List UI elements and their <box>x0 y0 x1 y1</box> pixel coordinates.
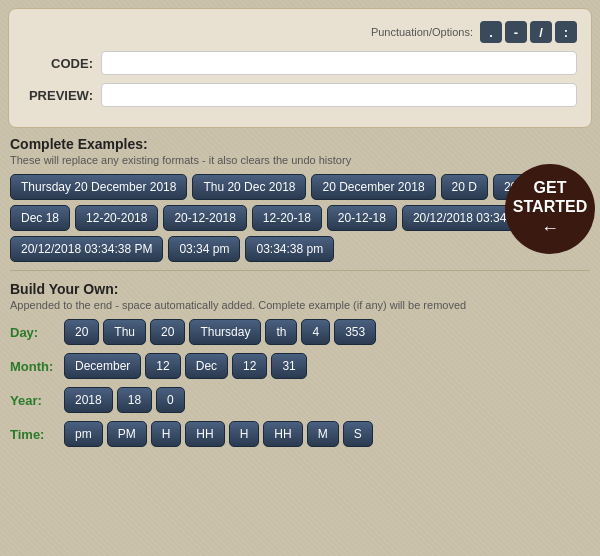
punctuation-label: Punctuation/Options: <box>371 26 473 38</box>
day-row: Day: 20 Thu 20 Thursday th 4 353 <box>10 319 590 345</box>
preview-input[interactable] <box>101 83 577 107</box>
example-btn-0[interactable]: Thursday 20 December 2018 <box>10 174 187 200</box>
get-started-line2: STARTED <box>513 197 587 216</box>
code-input[interactable] <box>101 51 577 75</box>
month-btn-12[interactable]: 12 <box>145 353 180 379</box>
month-btn-dec[interactable]: Dec <box>185 353 228 379</box>
day-btn-4[interactable]: 4 <box>301 319 330 345</box>
month-btn-12b[interactable]: 12 <box>232 353 267 379</box>
punctuation-options-header: Punctuation/Options: . - / : <box>23 21 577 43</box>
day-btn-20[interactable]: 20 <box>64 319 99 345</box>
example-btn-1[interactable]: Thu 20 Dec 2018 <box>192 174 306 200</box>
time-btn-M[interactable]: M <box>307 421 339 447</box>
punct-colon-button[interactable]: : <box>555 21 577 43</box>
time-btn-S[interactable]: S <box>343 421 373 447</box>
month-label: Month: <box>10 359 60 374</box>
divider <box>10 270 590 271</box>
example-btn-8[interactable]: 12-20-18 <box>252 205 322 231</box>
example-btn-6[interactable]: 12-20-2018 <box>75 205 158 231</box>
build-your-own-subtitle: Appended to the end - space automaticall… <box>10 299 590 311</box>
year-btn-2018[interactable]: 2018 <box>64 387 113 413</box>
year-btn-0[interactable]: 0 <box>156 387 185 413</box>
day-btn-20b[interactable]: 20 <box>150 319 185 345</box>
get-started-line1: GET <box>534 178 567 197</box>
time-label: Time: <box>10 427 60 442</box>
time-btn-pm[interactable]: pm <box>64 421 103 447</box>
preview-label: PREVIEW: <box>23 88 93 103</box>
day-btn-thu[interactable]: Thu <box>103 319 146 345</box>
time-btn-H2[interactable]: H <box>229 421 260 447</box>
punct-slash-button[interactable]: / <box>530 21 552 43</box>
top-panel: Punctuation/Options: . - / : CODE: PREVI… <box>8 8 592 128</box>
year-row: Year: 2018 18 0 <box>10 387 590 413</box>
example-btn-13[interactable]: 03:34:38 pm <box>245 236 334 262</box>
time-row: Time: pm PM H HH H HH M S <box>10 421 590 447</box>
complete-examples-section: Complete Examples: These will replace an… <box>10 136 590 262</box>
example-btn-7[interactable]: 20-12-2018 <box>163 205 246 231</box>
time-btn-HH2[interactable]: HH <box>263 421 302 447</box>
example-btn-11[interactable]: 20/12/2018 03:34:38 PM <box>10 236 163 262</box>
punct-dash-button[interactable]: - <box>505 21 527 43</box>
example-btn-2[interactable]: 20 December 2018 <box>311 174 435 200</box>
complete-examples-subtitle: These will replace any existing formats … <box>10 154 590 166</box>
time-btn-H[interactable]: H <box>151 421 182 447</box>
build-your-own-title: Build Your Own: <box>10 281 590 297</box>
year-btn-18[interactable]: 18 <box>117 387 152 413</box>
time-btn-HH[interactable]: HH <box>185 421 224 447</box>
example-btn-3[interactable]: 20 D <box>441 174 488 200</box>
month-row: Month: December 12 Dec 12 31 <box>10 353 590 379</box>
year-label: Year: <box>10 393 60 408</box>
example-btn-5[interactable]: Dec 18 <box>10 205 70 231</box>
complete-examples-title: Complete Examples: <box>10 136 590 152</box>
month-btn-december[interactable]: December <box>64 353 141 379</box>
code-row: CODE: <box>23 51 577 75</box>
example-btn-9[interactable]: 20-12-18 <box>327 205 397 231</box>
day-btn-thursday[interactable]: Thursday <box>189 319 261 345</box>
preview-row: PREVIEW: <box>23 83 577 107</box>
time-btn-PM[interactable]: PM <box>107 421 147 447</box>
build-your-own-section: Build Your Own: Appended to the end - sp… <box>10 281 590 447</box>
example-btn-12[interactable]: 03:34 pm <box>168 236 240 262</box>
examples-grid: Thursday 20 December 2018 Thu 20 Dec 201… <box>10 174 590 262</box>
month-btn-31[interactable]: 31 <box>271 353 306 379</box>
punct-dot-button[interactable]: . <box>480 21 502 43</box>
day-label: Day: <box>10 325 60 340</box>
get-started-arrow: ← <box>541 218 559 240</box>
code-label: CODE: <box>23 56 93 71</box>
day-btn-353[interactable]: 353 <box>334 319 376 345</box>
day-btn-th[interactable]: th <box>265 319 297 345</box>
get-started-badge[interactable]: GET STARTED ← <box>505 164 595 254</box>
